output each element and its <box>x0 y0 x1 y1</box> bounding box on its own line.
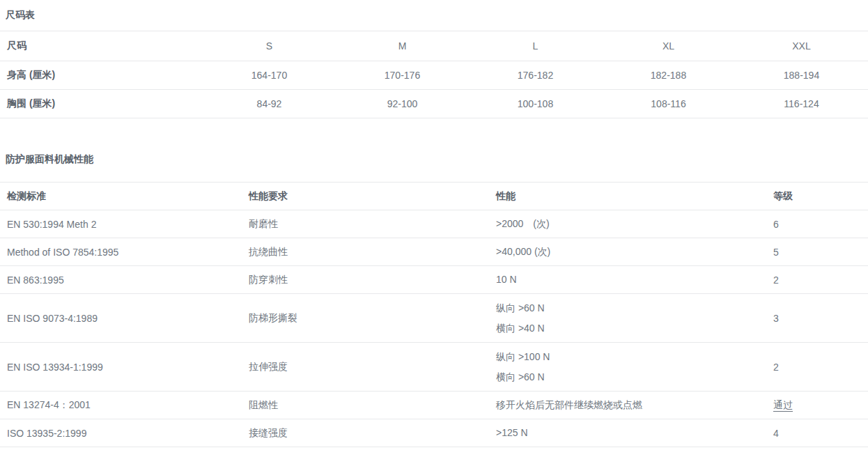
size-column-header: M <box>336 31 469 61</box>
size-column-header: L <box>469 31 602 61</box>
perf-table-row: Method of ISO 7854:1995抗绕曲性>40,000 (次)5 <box>0 238 868 266</box>
perf-table-row: EN ISO 9073-4:1989防梯形撕裂纵向 >60 N横向 >40 N3 <box>0 294 868 343</box>
performance-value: >125 N <box>489 419 766 447</box>
perf-column-header: 性能 <box>489 183 766 210</box>
perf-table-header-row: 检测标准性能要求性能等级 <box>0 183 868 210</box>
performance-requirement: 耐磨性 <box>242 210 489 238</box>
size-chart-section: 尺码表 尺码SMLXLXXL 身高 (厘米)164-170170-176176-… <box>0 0 868 118</box>
grade-value: 2 <box>766 266 868 294</box>
performance-line: 移开火焰后无部件继续燃烧或点燃 <box>496 395 759 415</box>
performance-requirement: 阻燃性 <box>242 392 489 419</box>
size-table-row: 胸围 (厘米)84-9292-100100-108108-116116-124 <box>0 90 868 118</box>
test-standard: EN 863:1995 <box>0 266 242 294</box>
test-standard: EN ISO 13934-1:1999 <box>0 343 242 392</box>
perf-column-header: 检测标准 <box>0 183 242 210</box>
size-value: 170-176 <box>336 61 469 90</box>
performance-line: 10 N <box>496 270 759 290</box>
size-value: 176-182 <box>469 61 602 90</box>
fabric-performance-title: 防护服面料机械性能 <box>0 118 868 182</box>
size-table: 尺码SMLXLXXL 身高 (厘米)164-170170-176176-1821… <box>0 31 868 118</box>
performance-line: 横向 >60 N <box>496 367 759 387</box>
performance-value: >2000 (次) <box>489 210 766 238</box>
size-column-header: XXL <box>735 31 868 61</box>
perf-table-row: EN ISO 13934-1:1999拉伸强度纵向 >100 N横向 >60 N… <box>0 343 868 392</box>
fabric-performance-table: 检测标准性能要求性能等级 EN 530:1994 Meth 2耐磨性>2000 … <box>0 182 868 447</box>
fabric-performance-section: 防护服面料机械性能 检测标准性能要求性能等级 EN 530:1994 Meth … <box>0 118 868 447</box>
size-value: 164-170 <box>203 61 336 90</box>
size-column-header: S <box>203 31 336 61</box>
size-row-label: 身高 (厘米) <box>0 61 203 90</box>
size-value: 108-116 <box>602 90 735 118</box>
performance-line: 纵向 >100 N <box>496 347 759 367</box>
performance-requirement: 接缝强度 <box>242 419 489 447</box>
size-row-label-header: 尺码 <box>0 31 203 61</box>
performance-line: >125 N <box>496 423 759 443</box>
performance-line: >40,000 (次) <box>496 242 759 262</box>
grade-value: 5 <box>766 238 868 266</box>
performance-requirement: 防梯形撕裂 <box>242 294 489 343</box>
perf-column-header: 等级 <box>766 183 868 210</box>
performance-value: 纵向 >60 N横向 >40 N <box>489 294 766 343</box>
size-value: 188-194 <box>735 61 868 90</box>
size-table-header-row: 尺码SMLXLXXL <box>0 31 868 61</box>
perf-table-row: EN 13274-4：2001阻燃性移开火焰后无部件继续燃烧或点燃通过 <box>0 392 868 419</box>
test-standard: EN ISO 9073-4:1989 <box>0 294 242 343</box>
perf-column-header: 性能要求 <box>242 183 489 210</box>
test-standard: EN 530:1994 Meth 2 <box>0 210 242 238</box>
grade-value: 2 <box>766 343 868 392</box>
size-value: 84-92 <box>203 90 336 118</box>
size-value: 92-100 <box>336 90 469 118</box>
size-column-header: XL <box>602 31 735 61</box>
perf-table-row: EN 863:1995防穿刺性10 N2 <box>0 266 868 294</box>
perf-table-row: EN 530:1994 Meth 2耐磨性>2000 (次)6 <box>0 210 868 238</box>
size-value: 182-188 <box>602 61 735 90</box>
performance-value: 10 N <box>489 266 766 294</box>
grade-value: 3 <box>766 294 868 343</box>
test-standard: EN 13274-4：2001 <box>0 392 242 419</box>
grade-value: 通过 <box>766 392 868 419</box>
performance-value: 移开火焰后无部件继续燃烧或点燃 <box>489 392 766 419</box>
performance-requirement: 防穿刺性 <box>242 266 489 294</box>
perf-table-row: ISO 13935-2:1999接缝强度>125 N4 <box>0 419 868 447</box>
performance-requirement: 拉伸强度 <box>242 343 489 392</box>
performance-line: 纵向 >60 N <box>496 298 759 318</box>
size-value: 100-108 <box>469 90 602 118</box>
performance-value: 纵向 >100 N横向 >60 N <box>489 343 766 392</box>
performance-line: 横向 >40 N <box>496 318 759 339</box>
size-chart-title: 尺码表 <box>0 0 868 31</box>
size-table-row: 身高 (厘米)164-170170-176176-182182-188188-1… <box>0 61 868 90</box>
test-standard: ISO 13935-2:1999 <box>0 419 242 447</box>
performance-requirement: 抗绕曲性 <box>242 238 489 266</box>
test-standard: Method of ISO 7854:1995 <box>0 238 242 266</box>
performance-value: >40,000 (次) <box>489 238 766 266</box>
grade-value: 4 <box>766 419 868 447</box>
size-value: 116-124 <box>735 90 868 118</box>
grade-value: 6 <box>766 210 868 238</box>
product-spec-page: { "colors": { "background": "#ffffff", "… <box>0 0 868 457</box>
size-row-label: 胸围 (厘米) <box>0 90 203 118</box>
performance-line: >2000 (次) <box>496 214 759 234</box>
